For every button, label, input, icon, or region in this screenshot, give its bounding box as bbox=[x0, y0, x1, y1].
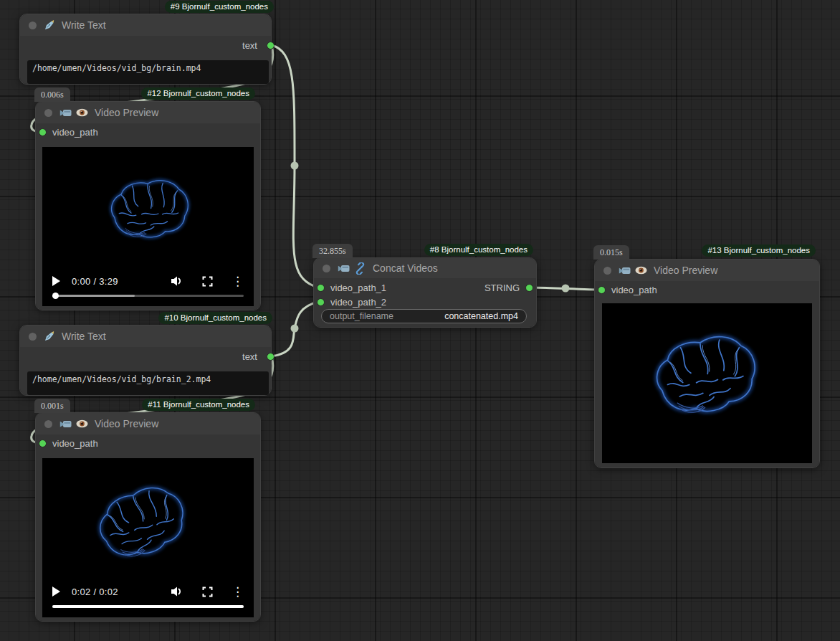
text-value-field[interactable]: /home/umen/Videos/vid_bg/brain.mp4 bbox=[27, 60, 269, 84]
node-title: Concat Videos bbox=[373, 262, 438, 274]
node-header[interactable]: Video Preview bbox=[36, 413, 260, 435]
input-dot-video-path-1[interactable] bbox=[317, 284, 325, 292]
input-slot-video-path: video_path bbox=[595, 282, 657, 297]
video-buffered-bar bbox=[52, 605, 244, 608]
output-dot-string[interactable] bbox=[525, 284, 533, 292]
pen-icon bbox=[44, 19, 55, 31]
video-progress-bar[interactable] bbox=[52, 295, 244, 297]
movie-camera-icon bbox=[338, 263, 350, 274]
video-time: 0:00 / 3:29 bbox=[72, 276, 118, 287]
node-id-badge: #12 Bjornulf_custom_nodes bbox=[141, 87, 255, 100]
brain-video-frame bbox=[102, 174, 196, 250]
kebab-menu-icon[interactable]: ⋮ bbox=[232, 587, 244, 597]
input-slot-video-path: video_path bbox=[36, 436, 98, 450]
widget-label: output_filename bbox=[330, 311, 393, 321]
node-header[interactable]: Video Preview bbox=[36, 102, 260, 123]
input-slot-video-path-1: video_path_1 bbox=[314, 280, 386, 295]
collapse-dot[interactable] bbox=[323, 265, 330, 272]
node-header[interactable]: Concat Videos bbox=[314, 258, 536, 278]
collapse-dot[interactable] bbox=[44, 109, 52, 117]
output-dot-text[interactable] bbox=[267, 353, 275, 361]
video-time: 0:02 / 0:02 bbox=[72, 587, 118, 597]
execution-time-badge: 0.006s bbox=[34, 87, 70, 102]
eye-icon bbox=[635, 266, 647, 275]
volume-icon[interactable] bbox=[171, 586, 183, 597]
node-id-badge: #8 Bjornulf_custom_nodes bbox=[424, 244, 533, 256]
fullscreen-icon[interactable] bbox=[202, 276, 213, 287]
node-concat-videos-8[interactable]: 32.855s #8 Bjornulf_custom_nodes Concat … bbox=[314, 258, 536, 327]
output-dot-text[interactable] bbox=[267, 42, 275, 49]
node-video-preview-13[interactable]: 0.015s #13 Bjornulf_custom_nodes Video P… bbox=[595, 260, 819, 467]
node-header[interactable]: Video Preview bbox=[595, 260, 819, 281]
node-video-preview-12[interactable]: 0.006s #12 Bjornulf_custom_nodes Video P… bbox=[36, 102, 260, 310]
node-title: Write Text bbox=[62, 19, 106, 31]
movie-camera-icon bbox=[59, 108, 72, 118]
movie-camera-icon bbox=[59, 419, 72, 429]
output-slot-text: text bbox=[185, 38, 271, 52]
video-controls: 0:00 / 3:29 ⋮ bbox=[42, 275, 254, 306]
video-progress-bar[interactable] bbox=[52, 605, 244, 608]
node-title: Video Preview bbox=[95, 418, 158, 429]
output-slot-string: STRING bbox=[447, 280, 533, 295]
node-title: Video Preview bbox=[95, 107, 158, 118]
node-header[interactable]: Write Text bbox=[20, 326, 271, 347]
video-controls: 0:02 / 0:02 ⋮ bbox=[42, 586, 254, 617]
widget-value: concatenated.mp4 bbox=[444, 311, 518, 321]
input-slot-video-path-2: video_path_2 bbox=[314, 295, 386, 309]
node-id-badge: #13 Bjornulf_custom_nodes bbox=[702, 244, 816, 257]
node-write-text-9[interactable]: #9 Bjornulf_custom_nodes Write Text text… bbox=[20, 14, 271, 84]
eye-icon bbox=[76, 419, 88, 428]
text-value-field[interactable]: /home/umen/Videos/vid_bg/brain_2.mp4 bbox=[27, 371, 269, 395]
node-title: Write Text bbox=[62, 331, 106, 342]
video-playhead[interactable] bbox=[52, 293, 59, 299]
fullscreen-icon[interactable] bbox=[202, 587, 213, 597]
wire-midpoint-dot bbox=[291, 162, 299, 170]
link-icon bbox=[354, 262, 366, 275]
node-id-badge: #11 Bjornulf_custom_nodes bbox=[142, 399, 255, 411]
node-id-badge: #9 Bjornulf_custom_nodes bbox=[165, 1, 274, 13]
node-header[interactable]: Write Text bbox=[20, 14, 271, 36]
wire-midpoint-dot bbox=[562, 285, 570, 293]
node-title: Video Preview bbox=[654, 265, 717, 276]
collapse-dot[interactable] bbox=[29, 333, 37, 341]
wire-midpoint-dot bbox=[291, 325, 299, 333]
kebab-menu-icon[interactable]: ⋮ bbox=[232, 276, 244, 286]
collapse-dot[interactable] bbox=[29, 22, 37, 29]
output-filename-widget[interactable]: output_filename concatenated.mp4 bbox=[321, 309, 527, 323]
video-buffered-bar bbox=[52, 295, 135, 297]
video-preview-player[interactable]: 0:02 / 0:02 ⋮ bbox=[42, 458, 254, 617]
node-id-badge: #10 Bjornulf_custom_nodes bbox=[158, 312, 272, 324]
play-icon[interactable] bbox=[52, 276, 60, 286]
input-dot-video-path-2[interactable] bbox=[317, 298, 325, 306]
input-dot-video-path[interactable] bbox=[39, 128, 47, 136]
collapse-dot[interactable] bbox=[603, 267, 611, 275]
input-dot-video-path[interactable] bbox=[598, 286, 606, 294]
node-write-text-10[interactable]: #10 Bjornulf_custom_nodes Write Text tex… bbox=[20, 326, 271, 395]
collapse-dot[interactable] bbox=[44, 420, 52, 428]
pen-icon bbox=[44, 331, 55, 342]
eye-icon bbox=[76, 108, 88, 117]
execution-time-badge: 0.001s bbox=[34, 399, 70, 413]
node-graph-canvas[interactable]: { "theme": { "canvas_bg": "#262626", "no… bbox=[0, 0, 840, 641]
execution-time-badge: 0.015s bbox=[593, 245, 629, 260]
video-preview-player[interactable]: 0:00 / 3:29 ⋮ bbox=[42, 147, 254, 306]
video-preview-player[interactable] bbox=[602, 303, 812, 463]
brain-video-frame bbox=[641, 324, 770, 432]
node-video-preview-11[interactable]: 0.001s #11 Bjornulf_custom_nodes Video P… bbox=[36, 413, 260, 621]
execution-time-badge: 32.855s bbox=[312, 244, 353, 258]
volume-icon[interactable] bbox=[171, 275, 183, 287]
brain-video-frame bbox=[82, 473, 201, 578]
output-slot-text: text bbox=[185, 349, 271, 364]
movie-camera-icon bbox=[619, 265, 631, 276]
play-icon[interactable] bbox=[52, 587, 60, 597]
input-dot-video-path[interactable] bbox=[39, 440, 47, 447]
input-slot-video-path: video_path bbox=[36, 125, 98, 139]
